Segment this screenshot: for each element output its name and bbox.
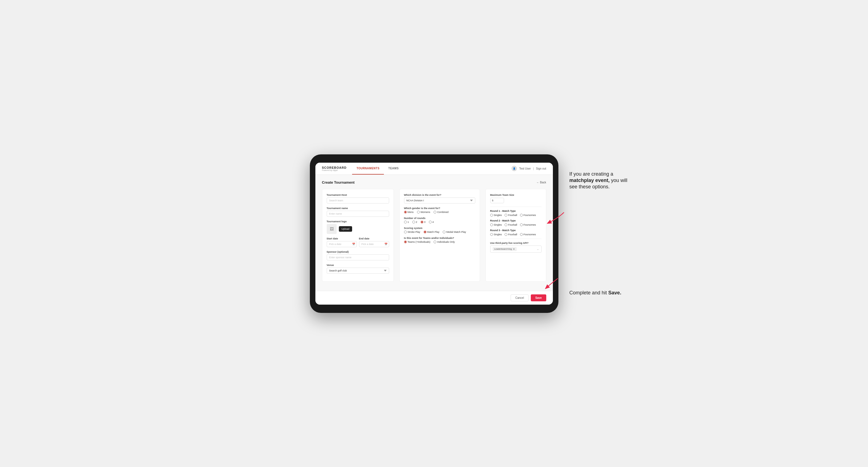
round2-singles[interactable]: Singles <box>490 223 502 226</box>
header-left: SCOREBOARD Powered by clippit TOURNAMENT… <box>322 163 403 175</box>
gender-field: Which gender is the event for? Mens Wome… <box>404 207 475 214</box>
max-team-size-input[interactable] <box>490 198 504 203</box>
gender-radio-group: Mens Womens Combined <box>404 211 475 214</box>
logo-placeholder-icon: 🖼 <box>327 224 337 234</box>
round1-foursomes[interactable]: Foursomes <box>520 214 536 217</box>
page-title-row: Create Tournament ← Back <box>322 180 546 185</box>
round3-singles[interactable]: Singles <box>490 233 502 236</box>
logo-upload-row: 🖼 Upload <box>327 224 389 234</box>
divider-1 <box>490 207 541 207</box>
upload-button[interactable]: Upload <box>339 226 352 232</box>
rounds-radio-group: 1 2 3 <box>404 221 475 223</box>
round3-foursomes[interactable]: Foursomes <box>520 233 536 236</box>
end-date-label: End date <box>359 237 389 240</box>
gender-combined[interactable]: Combined <box>434 211 448 214</box>
annotation-top-right: If you are creating a matchplay event, y… <box>569 171 636 190</box>
rounds-2[interactable]: 2 <box>412 221 417 223</box>
venue-field: Venue Search golf club <box>327 264 389 274</box>
user-name: Test User <box>519 167 531 170</box>
max-team-size-label: Maximum Team Size <box>490 194 541 196</box>
middle-column: Which division is the event for? NCAA Di… <box>399 189 480 282</box>
page-title: Create Tournament <box>322 180 354 185</box>
calendar-icon-2: 📅 <box>384 243 388 246</box>
tablet-frame: SCOREBOARD Powered by clippit TOURNAMENT… <box>310 154 558 313</box>
division-select[interactable]: NCAA Division I NCAA Division II NCAA Di… <box>404 197 475 204</box>
third-party-api-label: Use third-party live scoring API? <box>490 242 541 244</box>
individuals-option[interactable]: Individuals Only <box>434 241 455 243</box>
teams-individuals-radio-group: Teams (+Individuals) Individuals Only <box>404 241 475 243</box>
api-tag-close[interactable]: ✕ <box>513 248 515 250</box>
start-date-label: Start date <box>327 237 357 240</box>
rounds-4[interactable]: 4 <box>429 221 434 223</box>
save-button[interactable]: Save <box>531 294 546 301</box>
scoring-label: Scoring system <box>404 227 475 229</box>
rounds-field: Number of rounds 1 2 <box>404 217 475 223</box>
round1-label: Round 1 - Match Type <box>490 210 541 212</box>
tournament-host-input[interactable] <box>327 197 389 204</box>
gender-mens[interactable]: Mens <box>404 211 414 214</box>
round2-foursomes[interactable]: Foursomes <box>520 223 536 226</box>
sponsor-input[interactable] <box>327 254 389 260</box>
round1-fourball[interactable]: Fourball <box>504 214 517 217</box>
rounds-3[interactable]: 3 <box>421 221 426 223</box>
arrow-top <box>542 210 569 226</box>
venue-select[interactable]: Search golf club <box>327 268 389 274</box>
cancel-button[interactable]: Cancel <box>510 294 529 301</box>
tournament-name-field: Tournament name <box>327 207 389 217</box>
round2-options: Singles Fourball Foursomes <box>490 223 541 226</box>
round2-match-type: Round 2 - Match Type Singles Fourball <box>490 219 541 226</box>
tournament-name-input[interactable] <box>327 211 389 217</box>
round2-fourball[interactable]: Fourball <box>504 223 517 226</box>
tournament-host-field: Tournament Host <box>327 194 389 204</box>
logo-area: SCOREBOARD Powered by clippit <box>322 166 347 171</box>
form-grid: Tournament Host Tournament name Tourname… <box>322 189 546 282</box>
form-footer: Cancel Save <box>315 291 553 305</box>
start-date-wrap: 📅 <box>327 241 357 247</box>
right-column: Maximum Team Size Round 1 - Match Type S… <box>486 189 546 282</box>
end-date-wrap: 📅 <box>359 241 389 247</box>
round1-match-type: Round 1 - Match Type Singles Fourball <box>490 210 541 217</box>
teams-option[interactable]: Teams (+Individuals) <box>404 241 431 243</box>
user-avatar: 👤 <box>512 166 517 171</box>
arrow-bottom <box>541 277 563 291</box>
tournament-logo-label: Tournament logo <box>327 220 389 223</box>
teams-individuals-field: Is this event for Teams and/or Individua… <box>404 237 475 243</box>
scoring-field: Scoring system Stroke Play Match Play <box>404 227 475 234</box>
round3-label: Round 3 - Match Type <box>490 229 541 232</box>
annotation-bottom-right: Complete and hit Save. <box>569 290 630 296</box>
round1-singles[interactable]: Singles <box>490 214 502 217</box>
teams-individuals-label: Is this event for Teams and/or Individua… <box>404 237 475 240</box>
sign-out-link[interactable]: Sign out <box>536 167 546 170</box>
api-select-box[interactable]: Leaderboard King ✕ ⌄ <box>490 246 541 253</box>
left-column: Tournament Host Tournament name Tourname… <box>322 189 394 282</box>
round1-options: Singles Fourball Foursomes <box>490 214 541 217</box>
nav-tab-tournaments[interactable]: TOURNAMENTS <box>352 163 384 175</box>
logo-sub: Powered by clippit <box>322 169 347 171</box>
nav-tab-teams[interactable]: TEAMS <box>384 163 403 175</box>
division-label: Which division is the event for? <box>404 194 475 196</box>
tournament-host-label: Tournament Host <box>327 194 389 196</box>
gender-womens[interactable]: Womens <box>417 211 430 214</box>
scoring-medal[interactable]: Medal Match Play <box>443 230 466 234</box>
round3-fourball[interactable]: Fourball <box>504 233 517 236</box>
rounds-1[interactable]: 1 <box>404 221 409 223</box>
max-team-size-field: Maximum Team Size <box>490 194 541 203</box>
tournament-logo-field: Tournament logo 🖼 Upload <box>327 220 389 234</box>
calendar-icon: 📅 <box>352 243 355 246</box>
scoring-match[interactable]: Match Play <box>424 230 440 234</box>
venue-label: Venue <box>327 264 389 267</box>
back-link[interactable]: ← Back <box>536 181 546 184</box>
app-header: SCOREBOARD Powered by clippit TOURNAMENT… <box>315 163 553 175</box>
third-party-api-field: Use third-party live scoring API? Leader… <box>490 242 541 253</box>
round3-options: Singles Fourball Foursomes <box>490 233 541 236</box>
gender-label: Which gender is the event for? <box>404 207 475 210</box>
round3-match-type: Round 3 - Match Type Singles Fourball <box>490 229 541 236</box>
sponsor-field: Sponsor (optional) <box>327 250 389 260</box>
tournament-name-label: Tournament name <box>327 207 389 210</box>
api-chevron-icon: ⌄ <box>537 248 539 250</box>
start-date-field: Start date 📅 <box>327 237 357 247</box>
header-right: 👤 Test User | Sign out <box>512 166 546 171</box>
api-tag: Leaderboard King ✕ <box>493 247 517 251</box>
page-content: Create Tournament ← Back Tournament Host… <box>315 175 553 291</box>
scoring-stroke[interactable]: Stroke Play <box>404 230 420 234</box>
